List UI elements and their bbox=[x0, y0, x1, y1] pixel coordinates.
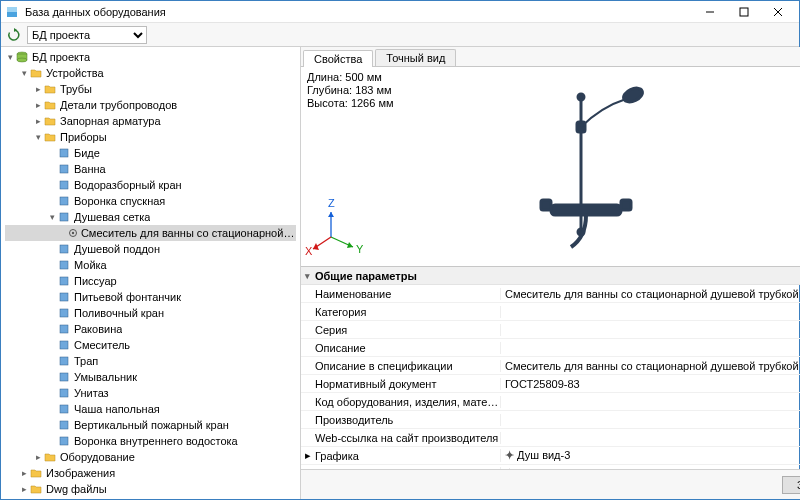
tree-item[interactable]: Писсуар bbox=[5, 273, 296, 289]
svg-text:Z: Z bbox=[328, 197, 335, 209]
svg-rect-10 bbox=[60, 149, 68, 157]
tree-root[interactable]: ▾БД проекта bbox=[5, 49, 296, 65]
refresh-button[interactable] bbox=[5, 26, 23, 44]
cube-icon bbox=[57, 402, 71, 416]
svg-rect-29 bbox=[60, 437, 68, 445]
prop-row: Производитель bbox=[301, 411, 800, 429]
svg-rect-11 bbox=[60, 165, 68, 173]
svg-rect-27 bbox=[60, 405, 68, 413]
tree-branch[interactable]: ▸Оборудование bbox=[5, 449, 296, 465]
tree-branch[interactable]: ▸Запорная арматура bbox=[5, 113, 296, 129]
tree-branch[interactable]: ▾Приборы bbox=[5, 129, 296, 145]
cube-icon bbox=[57, 306, 71, 320]
app-window: База данных оборудования БД проекта ▾БД … bbox=[0, 0, 800, 500]
svg-text:X: X bbox=[305, 245, 313, 257]
folder-icon bbox=[43, 450, 57, 464]
close-button[interactable] bbox=[761, 2, 795, 22]
prop-row: Описание в спецификацииСмеситель для ван… bbox=[301, 357, 800, 375]
toolbar: БД проекта bbox=[1, 23, 799, 47]
section-general[interactable]: ▾Общие параметры bbox=[301, 267, 800, 285]
svg-rect-20 bbox=[60, 293, 68, 301]
svg-marker-35 bbox=[313, 243, 319, 250]
folder-icon bbox=[29, 66, 43, 80]
svg-marker-31 bbox=[328, 212, 334, 217]
svg-rect-44 bbox=[551, 205, 621, 215]
tree-item[interactable]: Воронка спускная bbox=[5, 193, 296, 209]
folder-icon bbox=[43, 130, 57, 144]
svg-rect-22 bbox=[60, 325, 68, 333]
prop-row: ▸Графика✦ Душ вид-3… bbox=[301, 447, 800, 465]
prop-row: Код оборудования, изделия, матери... bbox=[301, 393, 800, 411]
tree-branch[interactable]: ▸Изображения bbox=[5, 465, 296, 481]
svg-point-9 bbox=[17, 58, 27, 62]
tree-branch[interactable]: ▸Dwg файлы bbox=[5, 481, 296, 497]
svg-rect-23 bbox=[60, 341, 68, 349]
content: ▾БД проекта ▾Устройства ▸Трубы ▸Детали т… bbox=[1, 47, 799, 499]
tree-item[interactable]: Раковина bbox=[5, 321, 296, 337]
tree-item[interactable]: Биде bbox=[5, 145, 296, 161]
tree-item[interactable]: Умывальник bbox=[5, 369, 296, 385]
tab-properties[interactable]: Свойства bbox=[303, 50, 373, 67]
3d-viewer[interactable]: Длина: 500 мм Глубина: 183 мм Высота: 12… bbox=[301, 67, 800, 267]
database-icon bbox=[15, 50, 29, 64]
tree-item[interactable]: Душевой поддон bbox=[5, 241, 296, 257]
tab-exact-view[interactable]: Точный вид bbox=[375, 49, 456, 66]
folder-icon bbox=[29, 482, 43, 496]
tree-item[interactable]: Ванна bbox=[5, 161, 296, 177]
tree-branch[interactable]: ▾Устройства bbox=[5, 65, 296, 81]
prop-row: НаименованиеСмеситель для ванны со стаци… bbox=[301, 285, 800, 303]
detail-panel: Свойства Точный вид Длина: 500 мм Глубин… bbox=[301, 47, 800, 499]
tree-item[interactable]: Водоразборный кран bbox=[5, 177, 296, 193]
tree-item[interactable]: Мойка bbox=[5, 257, 296, 273]
cube-icon bbox=[57, 258, 71, 272]
svg-point-43 bbox=[621, 85, 644, 104]
close-dialog-button[interactable]: Закрыть bbox=[782, 476, 800, 494]
tree-branch[interactable]: ▸Трубы bbox=[5, 81, 296, 97]
prop-row: Описание▾ bbox=[301, 339, 800, 357]
prop-row: Нормативный документГОСТ25809-83 bbox=[301, 375, 800, 393]
tree-item[interactable]: Чаша напольная bbox=[5, 401, 296, 417]
prop-row: Web-ссылка на сайт производителя bbox=[301, 429, 800, 447]
tree-item[interactable]: Питьевой фонтанчик bbox=[5, 289, 296, 305]
property-grid[interactable]: ▾Общие параметры НаименованиеСмеситель д… bbox=[301, 267, 800, 469]
cube-icon bbox=[57, 338, 71, 352]
svg-rect-19 bbox=[60, 277, 68, 285]
svg-rect-21 bbox=[60, 309, 68, 317]
cube-icon bbox=[57, 146, 71, 160]
svg-rect-17 bbox=[60, 245, 68, 253]
svg-point-41 bbox=[578, 94, 584, 100]
folder-icon bbox=[43, 98, 57, 112]
tree-item[interactable]: Поливочный кран bbox=[5, 305, 296, 321]
cube-icon bbox=[57, 418, 71, 432]
cube-icon bbox=[57, 370, 71, 384]
folder-icon bbox=[29, 466, 43, 480]
cube-icon bbox=[57, 242, 71, 256]
tree-item[interactable]: Трап bbox=[5, 353, 296, 369]
tree-item-selected[interactable]: Смеситель для ванны со стационарной душе… bbox=[5, 225, 296, 241]
gear-icon bbox=[68, 226, 78, 240]
prop-row: Серия bbox=[301, 321, 800, 339]
maximize-button[interactable] bbox=[727, 2, 761, 22]
tree-item[interactable]: Вертикальный пожарный кран bbox=[5, 417, 296, 433]
tree-item[interactable]: ▾Душевая сетка bbox=[5, 209, 296, 225]
svg-text:Y: Y bbox=[356, 243, 364, 255]
svg-rect-3 bbox=[740, 8, 748, 16]
svg-rect-24 bbox=[60, 357, 68, 365]
svg-rect-0 bbox=[7, 12, 17, 17]
shower-model: Z Y X bbox=[301, 67, 791, 267]
tree-item[interactable]: Смеситель bbox=[5, 337, 296, 353]
equipment-tree[interactable]: ▾БД проекта ▾Устройства ▸Трубы ▸Детали т… bbox=[1, 47, 300, 499]
svg-rect-13 bbox=[60, 197, 68, 205]
footer: Закрыть bbox=[301, 469, 800, 499]
cube-icon bbox=[57, 434, 71, 448]
project-selector[interactable]: БД проекта bbox=[27, 26, 147, 44]
tree-branch[interactable]: ▸Графика bbox=[5, 497, 296, 499]
svg-rect-14 bbox=[60, 213, 68, 221]
tree-item[interactable]: Унитаз bbox=[5, 385, 296, 401]
tree-branch[interactable]: ▸Детали трубопроводов bbox=[5, 97, 296, 113]
window-title: База данных оборудования bbox=[25, 6, 693, 18]
tree-item[interactable]: Воронка внутреннего водостока bbox=[5, 433, 296, 449]
app-icon bbox=[5, 5, 19, 19]
minimize-button[interactable] bbox=[693, 2, 727, 22]
svg-rect-28 bbox=[60, 421, 68, 429]
